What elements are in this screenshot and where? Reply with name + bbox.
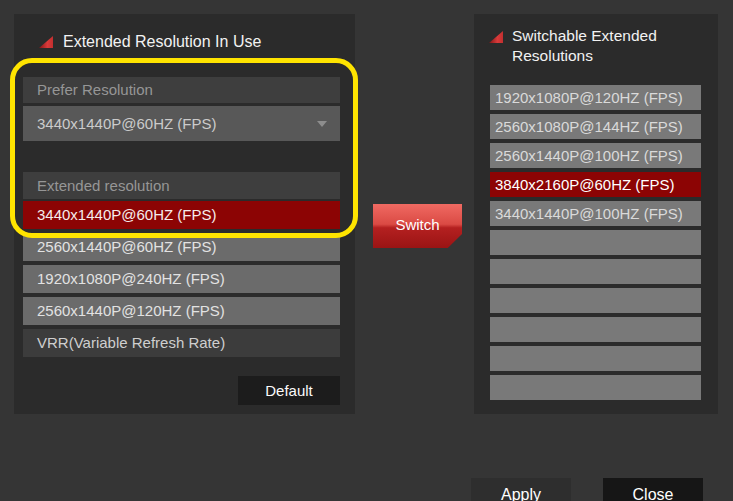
extended-resolution-in-use-panel: Extended Resolution In Use Prefer Resolu… bbox=[14, 14, 355, 414]
extended-resolution-item[interactable]: 2560x1440P@120HZ (FPS) bbox=[23, 297, 340, 325]
switchable-resolution-item[interactable]: 3440x1440P@100HZ (FPS) bbox=[490, 201, 701, 226]
red-triangle-icon bbox=[38, 35, 54, 49]
close-button[interactable]: Close bbox=[603, 478, 703, 501]
left-panel-title-text: Extended Resolution In Use bbox=[63, 33, 261, 51]
switchable-resolution-item[interactable]: 3840x2160P@60HZ (FPS) bbox=[490, 172, 701, 197]
prefer-resolution-header: Prefer Resolution bbox=[23, 77, 340, 103]
right-panel-title-text: Switchable Extended Resolutions bbox=[512, 26, 684, 66]
switchable-resolution-item[interactable]: 2560x1080P@144HZ (FPS) bbox=[490, 114, 701, 139]
prefer-resolution-dropdown[interactable]: 3440x1440P@60HZ (FPS) bbox=[23, 106, 340, 141]
switchable-resolution-item-empty[interactable] bbox=[490, 346, 701, 371]
extended-resolution-item[interactable]: 3440x1440P@60HZ (FPS) bbox=[23, 201, 340, 229]
switchable-resolution-item-empty[interactable] bbox=[490, 375, 701, 400]
extended-resolution-item-vrr[interactable]: VRR(Variable Refresh Rate) bbox=[23, 329, 340, 357]
prefer-resolution-value: 3440x1440P@60HZ (FPS) bbox=[37, 115, 216, 132]
extended-resolution-header: Extended resolution bbox=[23, 172, 340, 199]
extended-resolution-item[interactable]: 1920x1080P@240HZ (FPS) bbox=[23, 265, 340, 293]
switchable-resolution-item[interactable]: 1920x1080P@120HZ (FPS) bbox=[490, 85, 701, 110]
chevron-down-icon bbox=[317, 121, 327, 127]
red-triangle-icon bbox=[488, 30, 504, 44]
switchable-extended-resolutions-panel: Switchable Extended Resolutions 1920x108… bbox=[474, 14, 718, 414]
right-panel-title: Switchable Extended Resolutions bbox=[488, 26, 684, 66]
switchable-resolution-item-empty[interactable] bbox=[490, 230, 701, 255]
switchable-resolution-item-empty[interactable] bbox=[490, 317, 701, 342]
left-panel-title: Extended Resolution In Use bbox=[38, 33, 261, 51]
apply-button[interactable]: Apply bbox=[471, 478, 571, 501]
switchable-resolution-item[interactable]: 2560x1440P@100HZ (FPS) bbox=[490, 143, 701, 168]
default-button[interactable]: Default bbox=[238, 376, 340, 405]
switchable-resolution-item-empty[interactable] bbox=[490, 259, 701, 284]
extended-resolution-item[interactable]: 2560x1440P@60HZ (FPS) bbox=[23, 233, 340, 261]
switchable-resolution-item-empty[interactable] bbox=[490, 288, 701, 313]
switch-button[interactable]: Switch bbox=[373, 204, 462, 248]
